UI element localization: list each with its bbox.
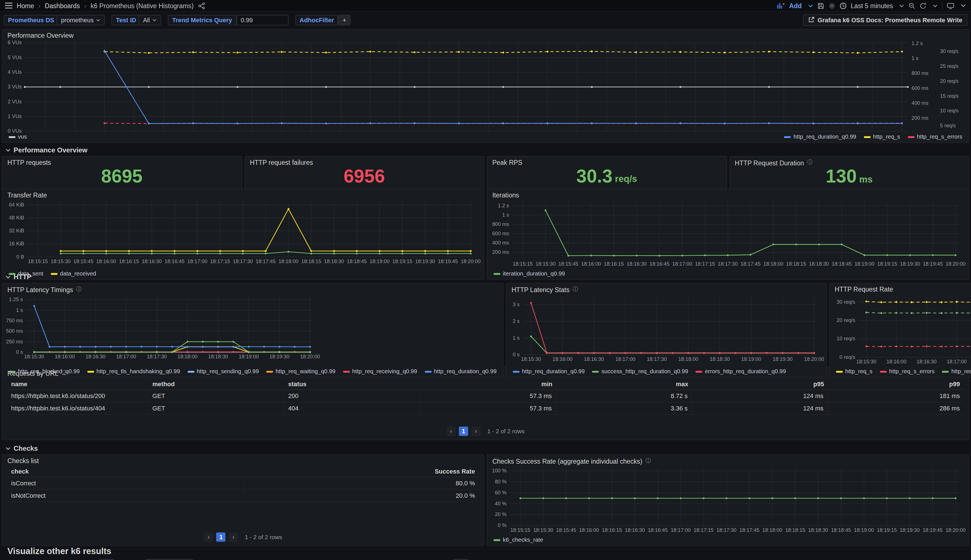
- breadcrumb-dashboards[interactable]: Dashboards: [45, 2, 80, 9]
- pagination-prev-button[interactable]: ‹: [204, 532, 213, 542]
- panel-http-latency-stats: HTTP Latency Statsⓘ 18:15:3018:16:0018:1…: [506, 283, 826, 377]
- timeseries-chart[interactable]: 18:15:1518:15:3018:15:4518:16:0018:16:15…: [487, 466, 969, 536]
- time-range-chevron-down-icon[interactable]: [899, 4, 904, 7]
- table-cell: 8.72 s: [556, 390, 692, 403]
- svg-text:18:16:30: 18:16:30: [584, 356, 604, 362]
- svg-text:18:16:40: 18:16:40: [301, 133, 321, 133]
- svg-text:20 %: 20 %: [495, 511, 507, 517]
- pagination-page-1-button[interactable]: 1: [217, 532, 226, 542]
- svg-text:18:17:00: 18:17:00: [947, 358, 967, 365]
- svg-text:18:16:00: 18:16:00: [552, 356, 572, 362]
- column-header[interactable]: method: [149, 379, 285, 390]
- svg-text:10 req/s: 10 req/s: [940, 108, 959, 113]
- info-icon[interactable]: ⓘ: [62, 369, 67, 377]
- prometheus-ds-select[interactable]: prometheus: [57, 15, 105, 25]
- svg-text:18:15:50: 18:15:50: [153, 133, 174, 133]
- refresh-icon[interactable]: [920, 2, 926, 9]
- svg-text:18:19:30: 18:19:30: [803, 133, 823, 133]
- svg-text:1.2 s: 1.2 s: [911, 40, 923, 46]
- svg-text:18:18:00: 18:18:00: [762, 527, 782, 533]
- trend-metrics-query-input[interactable]: 0.99: [237, 15, 289, 25]
- refresh-interval-chevron-icon[interactable]: [933, 4, 938, 7]
- svg-text:18:17:30: 18:17:30: [233, 258, 253, 264]
- chart-legend: vushttp_req_duration_q0.99http_req_shttp…: [3, 133, 968, 143]
- stat-panel-http-requests: HTTP requests 8695: [2, 156, 242, 190]
- timeseries-chart[interactable]: 18:15:1518:15:3018:15:4518:16:0018:16:15…: [487, 200, 969, 270]
- legend-item[interactable]: data_received: [51, 270, 96, 277]
- svg-text:18:17:00: 18:17:00: [672, 261, 692, 267]
- share-icon[interactable]: [198, 2, 205, 9]
- pagination-next-button[interactable]: ›: [229, 532, 238, 542]
- chart-legend: k6_checks_rate: [487, 536, 969, 545]
- pagination-next-button[interactable]: ›: [471, 427, 480, 436]
- add-filter-button[interactable]: +: [339, 15, 351, 25]
- docs-link-button[interactable]: Grafana k6 OSS Docs: Prometheus Remote W…: [803, 14, 967, 26]
- zoom-out-time-icon[interactable]: [908, 2, 915, 9]
- test-id-select[interactable]: All: [138, 15, 161, 25]
- legend-item[interactable]: http_req_duration_q0.99: [784, 134, 856, 140]
- timeseries-chart[interactable]: 18:15:3018:16:0018:16:3018:17:0018:17:30…: [830, 293, 971, 368]
- section-header-checks[interactable]: Checks: [2, 445, 969, 452]
- svg-text:18:16:30: 18:16:30: [627, 261, 647, 267]
- svg-text:18:19:45: 18:19:45: [438, 258, 458, 264]
- info-icon[interactable]: ⓘ: [76, 285, 82, 293]
- info-icon[interactable]: ⓘ: [645, 457, 651, 465]
- column-header[interactable]: check: [7, 466, 243, 477]
- svg-text:18:18:15: 18:18:15: [786, 261, 806, 267]
- legend-item[interactable]: vus: [9, 134, 27, 140]
- pagination-page-1-button[interactable]: 1: [459, 427, 468, 436]
- legend-item[interactable]: iteration_duration_q0.99: [494, 270, 565, 277]
- info-icon[interactable]: ⓘ: [807, 158, 813, 167]
- legend-item[interactable]: http_req_s: [864, 134, 900, 140]
- breadcrumb-home[interactable]: Home: [17, 2, 34, 9]
- save-dashboard-icon[interactable]: [817, 2, 824, 9]
- column-header[interactable]: Success Rate: [243, 466, 479, 477]
- dashboard-settings-gear-icon[interactable]: [828, 2, 835, 9]
- table-cell: 181 ms: [828, 390, 964, 403]
- timeseries-chart[interactable]: 18:15:3018:16:0018:16:3018:17:0018:17:30…: [507, 294, 826, 368]
- column-header[interactable]: min: [420, 379, 556, 390]
- info-icon[interactable]: ⓘ: [572, 285, 578, 293]
- svg-text:18:16:30: 18:16:30: [625, 527, 645, 533]
- svg-text:0 VUs: 0 VUs: [8, 128, 22, 133]
- svg-text:750 ms: 750 ms: [6, 317, 23, 323]
- svg-text:80 %: 80 %: [495, 478, 507, 485]
- timeseries-chart[interactable]: 18:15:1518:15:3018:15:4518:16:0018:16:15…: [3, 200, 484, 270]
- table-cell: 80.0 %: [243, 477, 479, 490]
- svg-text:400 ms: 400 ms: [492, 240, 509, 246]
- svg-text:18:18:30: 18:18:30: [324, 258, 344, 264]
- hamburger-menu-icon[interactable]: [5, 3, 12, 9]
- panel-transfer-rate: Transfer Rate 18:15:1518:15:3018:15:4518…: [2, 189, 484, 280]
- svg-text:18:19:15: 18:19:15: [877, 261, 897, 267]
- navbar-collapse-chevron-icon[interactable]: [961, 4, 966, 7]
- column-header[interactable]: max: [556, 379, 692, 390]
- column-header[interactable]: p95: [692, 379, 828, 390]
- kiosk-mode-monitor-icon[interactable]: [947, 2, 954, 9]
- time-range-clock-icon[interactable]: [839, 2, 846, 9]
- svg-text:18:19:40: 18:19:40: [833, 133, 853, 133]
- add-button[interactable]: Add: [789, 2, 802, 9]
- panel-title: HTTP Latency Timingsⓘ: [3, 284, 503, 294]
- svg-text:18:15:30: 18:15:30: [521, 356, 541, 362]
- column-header[interactable]: status: [285, 379, 420, 390]
- svg-text:18:16:15: 18:16:15: [604, 261, 624, 267]
- svg-text:18:16:00: 18:16:00: [96, 258, 116, 264]
- svg-text:4 VUs: 4 VUs: [8, 69, 22, 75]
- svg-text:48 KiB: 48 KiB: [9, 215, 24, 220]
- time-range-picker[interactable]: Last 5 minutes: [851, 2, 893, 9]
- adhoc-filter-button[interactable]: AdhocFilter: [295, 15, 339, 25]
- pagination-prev-button[interactable]: ‹: [446, 427, 455, 436]
- timeseries-chart[interactable]: 18:15:3018:16:0018:16:3018:17:0018:17:30…: [3, 294, 503, 368]
- legend-item[interactable]: http_req_s_errors: [908, 134, 962, 140]
- column-header[interactable]: p99: [828, 379, 964, 390]
- section-header-performance-overview[interactable]: Performance Overview: [2, 146, 969, 153]
- svg-text:800 ms: 800 ms: [911, 70, 928, 76]
- stat-value: 130: [826, 167, 857, 186]
- panel-title: HTTP Request Rate: [830, 284, 971, 293]
- column-header[interactable]: name: [7, 379, 148, 390]
- table-cell: https://httpbin.test.k6.io/status/404: [7, 403, 148, 415]
- legend-item[interactable]: k6_checks_rate: [494, 537, 543, 543]
- add-chevron-down-icon[interactable]: [808, 4, 813, 7]
- svg-text:40 %: 40 %: [495, 500, 507, 507]
- timeseries-chart[interactable]: 18:15:1018:15:2018:15:3018:15:4018:15:50…: [3, 40, 968, 133]
